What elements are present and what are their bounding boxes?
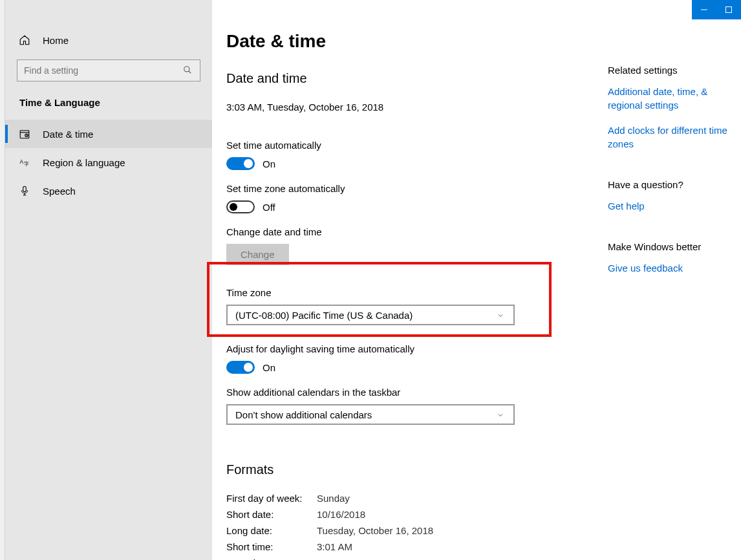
format-label: Short date: — [226, 509, 317, 520]
home-icon — [18, 34, 31, 47]
home-label: Home — [43, 35, 69, 46]
related-settings-block: Related settings Additional date, time, … — [608, 65, 737, 151]
format-row: First day of week: Sunday — [226, 493, 594, 504]
set-tz-auto-toggle[interactable] — [226, 200, 255, 213]
question-head: Have a question? — [608, 179, 737, 190]
format-row: Short date: 10/16/2018 — [226, 509, 594, 520]
get-help-link[interactable]: Get help — [608, 199, 737, 213]
home-nav[interactable]: Home — [5, 26, 212, 54]
dst-toggle-row: On — [226, 361, 594, 374]
timezone-dropdown[interactable]: (UTC-08:00) Pacific Time (US & Canada) — [226, 305, 515, 325]
section-date-time-head: Date and time — [226, 71, 594, 86]
format-row: Long date: Tuesday, October 16, 2018 — [226, 525, 594, 536]
sidebar-item-label: Region & language — [43, 157, 125, 168]
search-box[interactable] — [17, 59, 200, 81]
set-tz-auto-state: Off — [263, 202, 275, 213]
sidebar-item-region-language[interactable]: A字 Region & language — [5, 148, 212, 177]
svg-line-8 — [27, 135, 27, 136]
related-link-clocks[interactable]: Add clocks for different time zones — [608, 124, 737, 151]
svg-text:A: A — [20, 159, 24, 165]
svg-point-2 — [184, 67, 189, 72]
formats-head: Formats — [226, 462, 594, 477]
format-label: Long date: — [226, 525, 317, 536]
maximize-button[interactable] — [716, 0, 741, 19]
set-time-auto-label: Set time automatically — [226, 140, 594, 151]
format-label: Short time: — [226, 541, 317, 552]
related-link-additional[interactable]: Additional date, time, & regional settin… — [608, 85, 737, 112]
formats-table: First day of week: Sunday Short date: 10… — [226, 493, 594, 560]
page-title: Date & time — [226, 31, 594, 52]
category-header: Time & Language — [5, 91, 212, 120]
question-block: Have a question? Get help — [608, 179, 737, 213]
set-time-auto-toggle[interactable] — [226, 157, 255, 170]
chevron-down-icon — [497, 410, 506, 419]
set-tz-auto-toggle-row: Off — [226, 200, 594, 213]
feedback-block: Make Windows better Give us feedback — [608, 241, 737, 275]
timezone-value: (UTC-08:00) Pacific Time (US & Canada) — [235, 310, 413, 321]
svg-text:字: 字 — [24, 161, 29, 167]
chevron-down-icon — [497, 310, 506, 319]
timezone-label: Time zone — [226, 287, 594, 298]
additional-cal-label: Show additional calendars in the taskbar — [226, 387, 594, 398]
sidebar-item-date-time[interactable]: Date & time — [5, 120, 212, 148]
format-label: First day of week: — [226, 493, 317, 504]
dst-state: On — [263, 362, 275, 373]
format-row: Short time: 3:01 AM — [226, 541, 594, 552]
format-value: 3:01 AM — [317, 541, 352, 552]
sidebar-item-label: Date & time — [43, 129, 93, 140]
clock-icon — [18, 127, 31, 140]
format-value: Tuesday, October 16, 2018 — [317, 525, 433, 536]
main-content: Date & time Date and time 3:03 AM, Tuesd… — [212, 0, 594, 560]
dst-label: Adjust for daylight saving time automati… — [226, 343, 594, 354]
change-dt-label: Change date and time — [226, 226, 594, 237]
search-icon — [183, 65, 193, 76]
svg-rect-11 — [23, 186, 27, 191]
format-row: Long time: 3:01:44 AM — [226, 557, 594, 560]
format-label: Long time: — [226, 557, 317, 560]
set-tz-auto-label: Set time zone automatically — [226, 183, 594, 194]
left-edge-strip — [0, 0, 5, 560]
format-value: Sunday — [317, 493, 350, 504]
microphone-icon — [18, 184, 31, 197]
additional-cal-value: Don't show additional calendars — [235, 409, 372, 420]
sidebar-item-speech[interactable]: Speech — [5, 177, 212, 205]
language-icon: A字 — [18, 156, 31, 169]
svg-line-3 — [189, 71, 191, 74]
feedback-head: Make Windows better — [608, 241, 737, 252]
set-time-auto-toggle-row: On — [226, 157, 594, 170]
change-button: Change — [226, 244, 289, 265]
format-value: 10/16/2018 — [317, 509, 365, 520]
window-controls — [692, 0, 741, 19]
additional-cal-dropdown[interactable]: Don't show additional calendars — [226, 404, 515, 425]
sidebar: Home Time & Language Date & time A字 Regi… — [5, 0, 212, 560]
svg-rect-1 — [726, 7, 732, 13]
related-settings-head: Related settings — [608, 65, 737, 76]
sidebar-item-label: Speech — [43, 186, 76, 197]
feedback-link[interactable]: Give us feedback — [608, 261, 737, 275]
dst-toggle[interactable] — [226, 361, 255, 374]
set-time-auto-state: On — [263, 158, 275, 169]
search-input[interactable] — [24, 65, 183, 76]
current-datetime: 3:03 AM, Tuesday, October 16, 2018 — [226, 102, 594, 113]
format-value: 3:01:44 AM — [317, 557, 366, 560]
minimize-button[interactable] — [692, 0, 716, 19]
right-column: Related settings Additional date, time, … — [608, 65, 737, 303]
